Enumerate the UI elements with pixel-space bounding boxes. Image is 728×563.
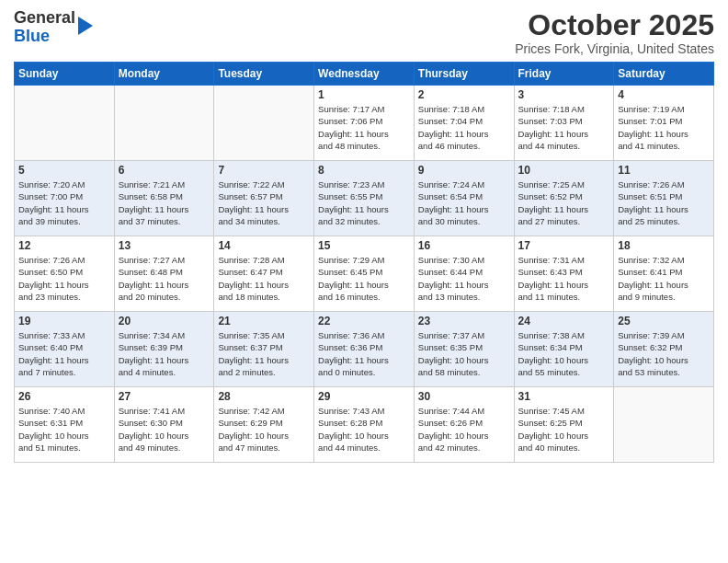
weekday-header: Tuesday xyxy=(214,63,314,86)
day-number: 27 xyxy=(119,390,210,403)
day-info: Sunrise: 7:32 AM Sunset: 6:41 PM Dayligh… xyxy=(618,254,710,303)
calendar-cell xyxy=(614,387,714,463)
day-info: Sunrise: 7:20 AM Sunset: 7:00 PM Dayligh… xyxy=(18,178,110,227)
day-info: Sunrise: 7:19 AM Sunset: 7:01 PM Dayligh… xyxy=(618,103,710,152)
calendar-cell: 18Sunrise: 7:32 AM Sunset: 6:41 PM Dayli… xyxy=(614,236,714,312)
day-info: Sunrise: 7:24 AM Sunset: 6:54 PM Dayligh… xyxy=(418,178,510,227)
day-number: 17 xyxy=(518,239,610,252)
day-number: 7 xyxy=(218,164,310,177)
day-info: Sunrise: 7:23 AM Sunset: 6:55 PM Dayligh… xyxy=(318,178,410,227)
calendar-cell xyxy=(114,86,214,161)
calendar-cell: 30Sunrise: 7:44 AM Sunset: 6:26 PM Dayli… xyxy=(414,387,514,463)
calendar: SundayMondayTuesdayWednesdayThursdayFrid… xyxy=(14,62,714,463)
day-number: 23 xyxy=(418,315,510,327)
day-number: 25 xyxy=(618,315,710,327)
calendar-cell: 29Sunrise: 7:43 AM Sunset: 6:28 PM Dayli… xyxy=(314,387,415,463)
location: Prices Fork, Virginia, United States xyxy=(515,41,714,56)
day-info: Sunrise: 7:28 AM Sunset: 6:47 PM Dayligh… xyxy=(218,254,310,303)
day-info: Sunrise: 7:40 AM Sunset: 6:31 PM Dayligh… xyxy=(18,405,110,454)
logo-general: General xyxy=(14,8,75,27)
calendar-cell: 16Sunrise: 7:30 AM Sunset: 6:44 PM Dayli… xyxy=(414,236,514,312)
calendar-cell: 10Sunrise: 7:25 AM Sunset: 6:52 PM Dayli… xyxy=(514,161,614,236)
calendar-cell: 25Sunrise: 7:39 AM Sunset: 6:32 PM Dayli… xyxy=(614,312,714,387)
day-info: Sunrise: 7:36 AM Sunset: 6:36 PM Dayligh… xyxy=(318,329,410,378)
day-number: 15 xyxy=(318,239,410,252)
day-number: 1 xyxy=(318,88,410,101)
day-number: 18 xyxy=(618,239,710,252)
day-info: Sunrise: 7:41 AM Sunset: 6:30 PM Dayligh… xyxy=(119,405,210,454)
logo-text: General Blue xyxy=(14,9,75,46)
day-number: 30 xyxy=(418,390,510,403)
weekday-header: Wednesday xyxy=(314,63,415,86)
day-info: Sunrise: 7:29 AM Sunset: 6:45 PM Dayligh… xyxy=(318,254,410,303)
day-number: 22 xyxy=(318,315,410,327)
calendar-cell: 20Sunrise: 7:34 AM Sunset: 6:39 PM Dayli… xyxy=(114,312,214,387)
calendar-cell: 1Sunrise: 7:17 AM Sunset: 7:06 PM Daylig… xyxy=(314,86,415,161)
calendar-cell: 26Sunrise: 7:40 AM Sunset: 6:31 PM Dayli… xyxy=(15,387,115,463)
logo-blue: Blue xyxy=(14,27,50,45)
calendar-cell: 4Sunrise: 7:19 AM Sunset: 7:01 PM Daylig… xyxy=(614,86,714,161)
calendar-cell: 15Sunrise: 7:29 AM Sunset: 6:45 PM Dayli… xyxy=(314,236,415,312)
day-number: 24 xyxy=(518,315,610,327)
day-number: 14 xyxy=(218,239,310,252)
header-right: October 2025 Prices Fork, Virginia, Unit… xyxy=(515,9,714,56)
day-info: Sunrise: 7:18 AM Sunset: 7:04 PM Dayligh… xyxy=(418,103,510,152)
day-number: 5 xyxy=(18,164,110,177)
page: General Blue October 2025 Prices Fork, V… xyxy=(0,0,728,563)
weekday-header: Monday xyxy=(114,63,214,86)
day-number: 20 xyxy=(119,315,210,327)
calendar-cell: 9Sunrise: 7:24 AM Sunset: 6:54 PM Daylig… xyxy=(414,161,514,236)
logo: General Blue xyxy=(14,9,93,46)
calendar-cell: 8Sunrise: 7:23 AM Sunset: 6:55 PM Daylig… xyxy=(314,161,415,236)
calendar-cell xyxy=(214,86,314,161)
day-number: 11 xyxy=(618,164,710,177)
calendar-cell: 5Sunrise: 7:20 AM Sunset: 7:00 PM Daylig… xyxy=(15,161,115,236)
day-number: 9 xyxy=(418,164,510,177)
day-info: Sunrise: 7:31 AM Sunset: 6:43 PM Dayligh… xyxy=(518,254,610,303)
calendar-cell: 7Sunrise: 7:22 AM Sunset: 6:57 PM Daylig… xyxy=(214,161,314,236)
calendar-cell: 22Sunrise: 7:36 AM Sunset: 6:36 PM Dayli… xyxy=(314,312,415,387)
day-number: 10 xyxy=(518,164,610,177)
calendar-cell: 19Sunrise: 7:33 AM Sunset: 6:40 PM Dayli… xyxy=(15,312,115,387)
day-info: Sunrise: 7:37 AM Sunset: 6:35 PM Dayligh… xyxy=(418,329,510,378)
day-number: 31 xyxy=(518,390,610,403)
day-info: Sunrise: 7:17 AM Sunset: 7:06 PM Dayligh… xyxy=(318,103,410,152)
calendar-cell: 31Sunrise: 7:45 AM Sunset: 6:25 PM Dayli… xyxy=(514,387,614,463)
day-number: 12 xyxy=(18,239,110,252)
day-number: 19 xyxy=(18,315,110,327)
day-number: 16 xyxy=(418,239,510,252)
header: General Blue October 2025 Prices Fork, V… xyxy=(14,9,714,56)
weekday-header: Thursday xyxy=(414,63,514,86)
day-info: Sunrise: 7:25 AM Sunset: 6:52 PM Dayligh… xyxy=(518,178,610,227)
day-info: Sunrise: 7:35 AM Sunset: 6:37 PM Dayligh… xyxy=(218,329,310,378)
day-number: 13 xyxy=(119,239,210,252)
calendar-cell: 3Sunrise: 7:18 AM Sunset: 7:03 PM Daylig… xyxy=(514,86,614,161)
calendar-cell: 12Sunrise: 7:26 AM Sunset: 6:50 PM Dayli… xyxy=(15,236,115,312)
calendar-cell xyxy=(15,86,115,161)
day-number: 8 xyxy=(318,164,410,177)
day-info: Sunrise: 7:21 AM Sunset: 6:58 PM Dayligh… xyxy=(119,178,210,227)
day-info: Sunrise: 7:38 AM Sunset: 6:34 PM Dayligh… xyxy=(518,329,610,378)
day-number: 28 xyxy=(218,390,310,403)
day-number: 21 xyxy=(218,315,310,327)
weekday-header: Friday xyxy=(514,63,614,86)
calendar-cell: 21Sunrise: 7:35 AM Sunset: 6:37 PM Dayli… xyxy=(214,312,314,387)
day-info: Sunrise: 7:44 AM Sunset: 6:26 PM Dayligh… xyxy=(418,405,510,454)
weekday-header: Sunday xyxy=(15,63,115,86)
day-info: Sunrise: 7:30 AM Sunset: 6:44 PM Dayligh… xyxy=(418,254,510,303)
day-number: 26 xyxy=(18,390,110,403)
calendar-cell: 13Sunrise: 7:27 AM Sunset: 6:48 PM Dayli… xyxy=(114,236,214,312)
logo-arrow-icon xyxy=(78,17,93,35)
day-info: Sunrise: 7:27 AM Sunset: 6:48 PM Dayligh… xyxy=(119,254,210,303)
day-info: Sunrise: 7:22 AM Sunset: 6:57 PM Dayligh… xyxy=(218,178,310,227)
calendar-cell: 2Sunrise: 7:18 AM Sunset: 7:04 PM Daylig… xyxy=(414,86,514,161)
calendar-cell: 24Sunrise: 7:38 AM Sunset: 6:34 PM Dayli… xyxy=(514,312,614,387)
day-info: Sunrise: 7:34 AM Sunset: 6:39 PM Dayligh… xyxy=(119,329,210,378)
day-info: Sunrise: 7:33 AM Sunset: 6:40 PM Dayligh… xyxy=(18,329,110,378)
day-info: Sunrise: 7:26 AM Sunset: 6:50 PM Dayligh… xyxy=(18,254,110,303)
day-info: Sunrise: 7:39 AM Sunset: 6:32 PM Dayligh… xyxy=(618,329,710,378)
calendar-cell: 11Sunrise: 7:26 AM Sunset: 6:51 PM Dayli… xyxy=(614,161,714,236)
calendar-cell: 27Sunrise: 7:41 AM Sunset: 6:30 PM Dayli… xyxy=(114,387,214,463)
month-title: October 2025 xyxy=(515,9,714,41)
day-number: 4 xyxy=(618,88,710,101)
